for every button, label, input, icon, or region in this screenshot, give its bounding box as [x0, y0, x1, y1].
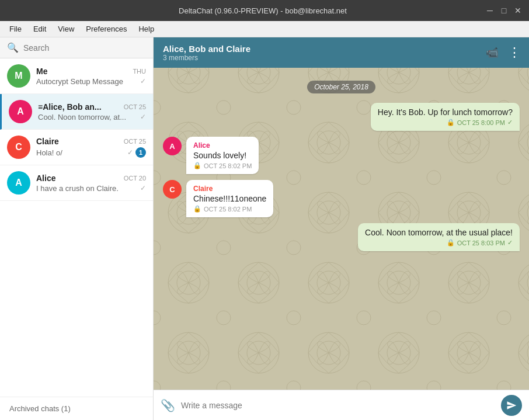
chat-list: M Me THU Autocrypt Setup Message ✓ A	[0, 58, 153, 397]
chat-name: Alice	[36, 173, 55, 183]
message-time: OCT 25 8:00 PM	[457, 119, 505, 126]
chat-item[interactable]: C Claire OCT 25 Hola! o/ ✓ 1	[0, 130, 153, 165]
chat-name: Claire	[36, 137, 59, 146]
messages-area: October 25, 2018 Hey. It's Bob. Up for l…	[154, 68, 529, 390]
bubble-outgoing: Hey. It's Bob. Up for lunch tomorrow? 🔒 …	[371, 103, 520, 131]
archived-chats-label[interactable]: Archived chats (1)	[0, 397, 153, 420]
message-time: OCT 25 8:02 PM	[204, 162, 252, 169]
message-meta: 🔒 OCT 25 8:03 PM ✓	[365, 239, 513, 247]
chat-header-name: Alice, Bob and Claire	[163, 44, 479, 54]
chat-header-actions: 📹 ⋮	[486, 45, 520, 60]
send-icon	[506, 400, 517, 411]
date-divider: October 25, 2018	[163, 81, 520, 93]
check-icon: ✓	[140, 77, 146, 85]
search-bar: 🔍	[0, 37, 153, 58]
chat-time: OCT 25	[124, 138, 146, 145]
chat-header: Alice, Bob and Claire 3 members 📹 ⋮	[154, 37, 529, 68]
message-outgoing: Hey. It's Bob. Up for lunch tomorrow? 🔒 …	[163, 103, 520, 131]
message-input[interactable]	[181, 401, 495, 410]
chat-preview: Autocrypt Setup Message	[36, 77, 138, 86]
check-icon: ✓	[140, 184, 146, 192]
message-incoming: A Alice Sounds lovely! 🔒 OCT 25 8:02 PM	[163, 137, 520, 174]
check-icon: ✓	[127, 148, 133, 157]
chat-item[interactable]: M Me THU Autocrypt Setup Message ✓	[0, 58, 153, 94]
avatar: A	[7, 171, 30, 195]
read-receipt-icon: ✓	[507, 239, 513, 247]
menu-preferences[interactable]: Preferences	[81, 23, 131, 35]
chat-info: Alice OCT 20 I have a crush on Claire. ✓	[36, 173, 146, 193]
avatar: M	[7, 64, 30, 88]
input-bar: 📎	[154, 390, 529, 420]
chat-item[interactable]: A Alice OCT 20 I have a crush on Claire.…	[0, 165, 153, 201]
main-layout: 🔍 M Me THU Autocrypt Setup Message ✓	[0, 37, 529, 420]
window-title: DeltaChat (0.96.0-PREVIEW) - bob@librech…	[41, 6, 485, 15]
window-controls: ─ □ ✕	[485, 5, 523, 16]
chat-info: ≡Alice, Bob an... OCT 25 Cool. Noon tomo…	[38, 102, 146, 122]
message-time: OCT 25 8:03 PM	[457, 239, 505, 247]
message-text: Chinese!!!11oneone	[193, 194, 266, 203]
chat-time: OCT 20	[124, 175, 146, 182]
maximize-button[interactable]: □	[499, 5, 509, 16]
message-meta: 🔒 OCT 25 8:00 PM ✓	[378, 119, 513, 126]
more-options-icon[interactable]: ⋮	[508, 45, 520, 60]
unread-badge: 1	[135, 147, 146, 158]
message-text: Sounds lovely!	[193, 151, 252, 160]
chat-item[interactable]: A ≡Alice, Bob an... OCT 25 Cool. Noon to…	[0, 94, 153, 130]
chat-time: OCT 25	[124, 103, 146, 110]
check-icon: ✓	[140, 113, 146, 121]
lock-icon: 🔒	[447, 239, 455, 247]
chat-name: Me	[36, 67, 47, 76]
lock-icon: 🔒	[193, 205, 201, 213]
chat-preview: Hola! o/	[36, 148, 125, 157]
sender-avatar: C	[163, 180, 182, 199]
message-outgoing: Cool. Noon tomorrow, at the usual place!…	[163, 223, 520, 251]
chat-time: THU	[133, 68, 146, 75]
message-time: OCT 25 8:02 PM	[204, 206, 252, 213]
read-receipt-icon: ✓	[507, 119, 513, 126]
lock-icon: 🔒	[447, 119, 455, 126]
date-pill: October 25, 2018	[307, 81, 375, 93]
message-text: Hey. It's Bob. Up for lunch tomorrow?	[378, 107, 513, 117]
chat-preview: I have a crush on Claire.	[36, 184, 138, 193]
menu-edit[interactable]: Edit	[29, 23, 51, 35]
bubble-incoming: Alice Sounds lovely! 🔒 OCT 25 8:02 PM	[186, 137, 259, 174]
sidebar: 🔍 M Me THU Autocrypt Setup Message ✓	[0, 37, 154, 420]
message-meta: 🔒 OCT 25 8:02 PM	[193, 162, 252, 169]
sender-name: Alice	[193, 141, 252, 150]
bubble-outgoing: Cool. Noon tomorrow, at the usual place!…	[358, 223, 520, 251]
avatar: A	[9, 100, 32, 123]
chat-info: Claire OCT 25 Hola! o/ ✓ 1	[36, 137, 146, 158]
close-button[interactable]: ✕	[513, 5, 523, 16]
menu-help[interactable]: Help	[134, 23, 159, 35]
chat-info: Me THU Autocrypt Setup Message ✓	[36, 67, 146, 86]
message-meta: 🔒 OCT 25 8:02 PM	[193, 205, 266, 213]
video-call-icon[interactable]: 📹	[486, 46, 499, 59]
chat-preview: Cool. Noon tomorrow, at...	[38, 113, 138, 122]
message-incoming: C Claire Chinese!!!11oneone 🔒 OCT 25 8:0…	[163, 180, 520, 217]
sender-avatar: A	[163, 137, 182, 155]
chat-area: Alice, Bob and Claire 3 members 📹 ⋮ Octo…	[154, 37, 529, 420]
send-button[interactable]	[501, 395, 522, 416]
minimize-button[interactable]: ─	[485, 5, 495, 16]
search-input[interactable]	[23, 43, 146, 53]
attach-button[interactable]: 📎	[161, 398, 175, 412]
menu-file[interactable]: File	[5, 23, 26, 35]
title-bar: DeltaChat (0.96.0-PREVIEW) - bob@librech…	[0, 0, 529, 21]
lock-icon: 🔒	[193, 162, 201, 169]
message-text: Cool. Noon tomorrow, at the usual place!	[365, 228, 513, 237]
chat-name: ≡Alice, Bob an...	[38, 102, 102, 112]
menu-view[interactable]: View	[53, 23, 79, 35]
search-icon: 🔍	[7, 42, 19, 53]
chat-header-info: Alice, Bob and Claire 3 members	[163, 44, 479, 62]
menu-bar: File Edit View Preferences Help	[0, 21, 529, 37]
bubble-incoming: Claire Chinese!!!11oneone 🔒 OCT 25 8:02 …	[186, 180, 273, 217]
chat-header-members: 3 members	[163, 54, 479, 62]
sender-name: Claire	[193, 185, 266, 193]
avatar: C	[7, 136, 30, 159]
